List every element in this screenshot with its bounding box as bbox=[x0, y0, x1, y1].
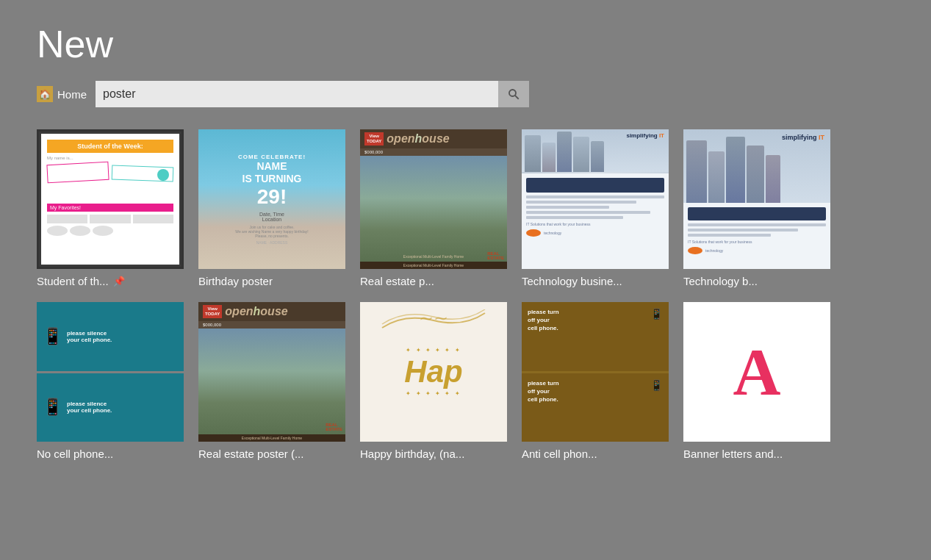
template-label-realestate: Real estate p... bbox=[360, 269, 507, 287]
template-name-student: Student of th... bbox=[37, 275, 109, 287]
search-icon bbox=[507, 87, 520, 101]
template-thumb-birthday: COME CELEBRATE! NAMEIS TURNING 29! Date,… bbox=[198, 129, 345, 269]
template-thumb-anticell: please turnoff yourcell phone. 📱 please … bbox=[522, 302, 669, 442]
template-label-techbiz: Technology busine... bbox=[522, 269, 669, 287]
template-name-realestate2: Real estate poster (... bbox=[198, 448, 303, 460]
svg-line-1 bbox=[515, 96, 519, 99]
search-input[interactable] bbox=[96, 81, 498, 107]
template-item-nocell[interactable]: 📱 please silenceyour cell phone. 📱 pleas… bbox=[37, 302, 184, 460]
banner-letter: A bbox=[733, 334, 781, 410]
templates-grid-row2: 📱 please silenceyour cell phone. 📱 pleas… bbox=[0, 302, 931, 460]
template-item-banner[interactable]: A Banner letters and... bbox=[683, 302, 830, 460]
home-label: Home bbox=[57, 88, 87, 101]
template-label-nocell: No cell phone... bbox=[37, 442, 184, 460]
template-name-techbiz: Technology busine... bbox=[522, 275, 622, 287]
template-name-birthday: Birthday poster bbox=[198, 275, 273, 287]
template-thumb-banner: A bbox=[683, 302, 830, 442]
template-label-birthday: Birthday poster bbox=[198, 269, 345, 287]
template-thumb-realestate: ViewTODAY openhouse $000,000 Exceptional… bbox=[360, 129, 507, 269]
template-label-happybday: Happy birthday, (na... bbox=[360, 442, 507, 460]
template-label-realestate2: Real estate poster (... bbox=[198, 442, 345, 460]
home-button[interactable]: 🏠 Home bbox=[37, 86, 96, 102]
pin-icon: 📌 bbox=[113, 276, 125, 287]
template-name-anticell: Anti cell phon... bbox=[522, 448, 597, 460]
page-title: New bbox=[0, 0, 931, 81]
template-name-realestate: Real estate p... bbox=[360, 275, 434, 287]
template-thumb-techbiz: simplifying IT IT Solutions that wo bbox=[522, 129, 669, 269]
template-name-nocell: No cell phone... bbox=[37, 448, 113, 460]
template-name-techb: Technology b... bbox=[683, 275, 758, 287]
template-item-anticell[interactable]: please turnoff yourcell phone. 📱 please … bbox=[522, 302, 669, 460]
home-icon: 🏠 bbox=[37, 86, 53, 102]
template-item-techbiz[interactable]: simplifying IT IT Solutions that wo bbox=[522, 129, 669, 287]
template-item-techb[interactable]: simplifying IT IT Solutions that work fo… bbox=[683, 129, 830, 287]
template-label-student: Student of th... 📌 bbox=[37, 269, 184, 287]
template-thumb-student: Student of the Week: My name is... My Fa… bbox=[37, 129, 184, 269]
template-name-banner: Banner letters and... bbox=[683, 448, 783, 460]
template-item-birthday[interactable]: COME CELEBRATE! NAMEIS TURNING 29! Date,… bbox=[198, 129, 345, 287]
template-thumb-happybday: ∼∼ ✦ ✦ ✦ ✦ ✦ ✦ Hap ✦ ✦ ✦ ✦ ✦ ✦ bbox=[360, 302, 507, 442]
template-thumb-nocell: 📱 please silenceyour cell phone. 📱 pleas… bbox=[37, 302, 184, 442]
svg-point-0 bbox=[509, 90, 516, 96]
template-item-realestate2[interactable]: ViewTODAY openhouse $000,000 REALESTATE … bbox=[198, 302, 345, 460]
search-bar: 🏠 Home bbox=[0, 81, 931, 107]
template-item-realestate[interactable]: ViewTODAY openhouse $000,000 Exceptional… bbox=[360, 129, 507, 287]
search-button[interactable] bbox=[498, 81, 529, 107]
template-label-banner: Banner letters and... bbox=[683, 442, 830, 460]
template-label-techb: Technology b... bbox=[683, 269, 830, 287]
templates-grid-row1: Student of the Week: My name is... My Fa… bbox=[0, 129, 931, 287]
search-input-wrapper bbox=[96, 81, 529, 107]
template-name-happybday: Happy birthday, (na... bbox=[360, 448, 464, 460]
template-item-student[interactable]: Student of the Week: My name is... My Fa… bbox=[37, 129, 184, 287]
template-item-happybday[interactable]: ∼∼ ✦ ✦ ✦ ✦ ✦ ✦ Hap ✦ ✦ ✦ ✦ ✦ ✦ Happy bir… bbox=[360, 302, 507, 460]
template-thumb-realestate2: ViewTODAY openhouse $000,000 REALESTATE … bbox=[198, 302, 345, 442]
template-thumb-techb: simplifying IT IT Solutions that work fo… bbox=[683, 129, 830, 269]
template-label-anticell: Anti cell phon... bbox=[522, 442, 669, 460]
